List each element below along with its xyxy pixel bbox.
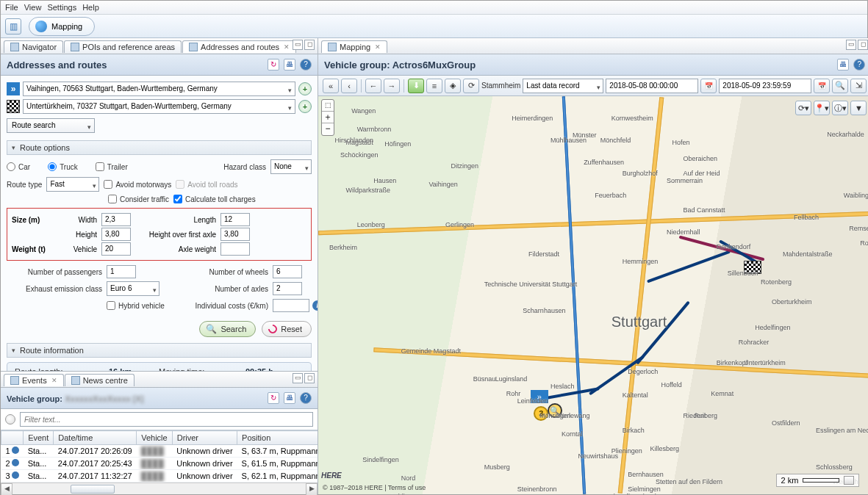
minimize-pane-icon[interactable]: ▭ <box>293 40 303 50</box>
target-button[interactable]: ◈ <box>445 79 461 93</box>
events-panel-head: Vehicle group: XxxxxxXxxXxxxx [X] ↻ 🖶 ? <box>1 388 318 409</box>
find-button[interactable]: 🔍 <box>832 79 848 93</box>
map-view[interactable]: » 3 🔍 Stuttgart DitzingenGerlingenLeonbe… <box>318 96 868 494</box>
route-type-combo[interactable]: Fast <box>46 177 99 192</box>
filter-button[interactable]: ▼ <box>850 101 867 115</box>
zoom-reset[interactable]: ⬚ <box>322 100 334 112</box>
axle-weight-label: Axle weight <box>135 245 216 253</box>
date-to-field[interactable]: 2018-05-09 23:59:59 <box>719 79 811 93</box>
menu-file[interactable]: File <box>5 3 18 12</box>
truck-radio[interactable]: Truck <box>48 162 78 171</box>
minimize-pane-icon[interactable]: ▭ <box>846 40 856 50</box>
help-icon[interactable]: ? <box>300 59 312 71</box>
route-info-section[interactable]: ▾ Route information <box>7 343 312 358</box>
horizontal-scrollbar[interactable] <box>1 483 318 494</box>
close-icon[interactable]: ✕ <box>375 43 381 51</box>
indiv-costs-field[interactable] <box>273 299 309 312</box>
fwd-button[interactable]: → <box>384 79 400 93</box>
col-driver[interactable]: Driver <box>172 431 237 445</box>
layers-button[interactable]: ⟳▾ <box>795 101 811 115</box>
calc-toll-check[interactable]: Calculate toll charges <box>173 195 256 203</box>
vehicle-weight-field[interactable]: 20 <box>101 242 131 256</box>
action-button[interactable]: ⟳ <box>463 79 479 93</box>
prev-button[interactable]: ‹ <box>341 79 357 93</box>
date-from-field[interactable]: 2018-05-08 00:00:00 <box>606 79 698 93</box>
help-icon[interactable]: ? <box>300 392 312 404</box>
list-button[interactable]: ≡ <box>426 79 442 93</box>
scale-menu-icon[interactable] <box>844 476 854 485</box>
filter-input[interactable] <box>20 412 313 427</box>
emission-combo[interactable]: Euro 6 <box>107 281 159 296</box>
passengers-field[interactable]: 1 <box>107 265 136 278</box>
zoom-in-button[interactable]: ＋ <box>322 112 334 123</box>
route-search-combo[interactable]: Route search <box>7 118 95 133</box>
hybrid-check[interactable]: Hybrid vehicle <box>107 301 165 310</box>
table-row[interactable]: 3Sta...24.07.2017 11:32:27████Unknown dr… <box>1 470 318 483</box>
add-waypoint-button-2[interactable]: + <box>298 100 312 113</box>
tab-mapping[interactable]: Mapping✕ <box>321 40 387 53</box>
close-icon[interactable]: ✕ <box>51 377 57 384</box>
back-button[interactable]: ← <box>365 79 381 93</box>
cal-to-button[interactable]: 📅 <box>814 79 830 93</box>
first-button[interactable]: « <box>323 79 339 93</box>
pin-button[interactable]: 📍▾ <box>814 101 830 115</box>
col-row[interactable] <box>1 431 24 445</box>
zoom-out-button[interactable]: − <box>322 123 334 135</box>
hazard-class-combo[interactable]: None <box>270 159 312 174</box>
reset-button[interactable]: Reset <box>262 321 312 337</box>
refresh-icon[interactable]: ↻ <box>268 59 279 71</box>
maximize-pane-icon[interactable]: ◻ <box>858 40 868 50</box>
table-row[interactable]: 1Sta...24.07.2017 20:26:09████Unknown dr… <box>1 445 318 458</box>
search-button[interactable]: 🔍Search <box>199 321 256 337</box>
maximize-pane-icon[interactable]: ◻ <box>304 40 315 50</box>
tab-events[interactable]: Events✕ <box>4 374 64 386</box>
print-icon[interactable]: 🖶 <box>284 59 295 71</box>
passengers-label: Number of passengers <box>7 268 102 276</box>
print-icon[interactable]: 🖶 <box>837 59 849 71</box>
menu-help[interactable]: Help <box>82 3 99 12</box>
info-icon[interactable]: i <box>312 300 318 311</box>
consider-traffic-check[interactable]: Consider traffic <box>108 195 169 203</box>
avoid-motorways-check[interactable]: Avoid motorways <box>104 180 171 189</box>
last-record-combo[interactable]: Last data record <box>523 79 603 93</box>
refresh-icon[interactable]: ↻ <box>268 392 279 404</box>
export-button[interactable]: ⇲ <box>850 79 867 93</box>
axle-weight-field[interactable] <box>220 242 250 256</box>
length-field[interactable]: 12 <box>220 213 250 226</box>
tab-pois[interactable]: POIs and reference areas <box>64 40 182 53</box>
col-position[interactable]: Position <box>237 431 318 445</box>
tab-news-label: News centre <box>83 376 128 385</box>
menu-settings[interactable]: Settings <box>47 3 76 12</box>
car-radio[interactable]: Car <box>7 162 30 171</box>
help-icon[interactable]: ? <box>853 59 865 71</box>
minimize-pane-icon[interactable]: ▭ <box>293 373 303 383</box>
maximize-pane-icon[interactable]: ◻ <box>304 373 315 383</box>
width-field[interactable]: 2,3 <box>101 213 131 226</box>
print-icon[interactable]: 🖶 <box>284 392 295 404</box>
info-button[interactable]: ⓘ▾ <box>832 101 848 115</box>
town-label: Ostfildern <box>772 419 800 427</box>
tab-navigator[interactable]: Navigator <box>4 40 63 53</box>
col-event[interactable]: Event <box>24 431 54 445</box>
start-address-combo[interactable]: Vaihingen, 70563 Stuttgart, Baden-Wurtte… <box>23 82 295 96</box>
route-options-section[interactable]: ▾ Route options <box>7 140 312 155</box>
height-axle-field[interactable]: 3,80 <box>220 228 250 241</box>
end-address-combo[interactable]: Untertürkheim, 70327 Stuttgart, Baden-Wu… <box>23 99 295 114</box>
cal-from-button[interactable]: 📅 <box>700 79 717 93</box>
add-waypoint-button[interactable]: + <box>298 82 312 95</box>
col-vehicle[interactable]: Vehicle <box>137 431 172 445</box>
menu-view[interactable]: View <box>24 3 42 12</box>
wheels-field[interactable]: 6 <box>273 265 302 278</box>
tab-news[interactable]: News centre <box>65 374 134 386</box>
tab-addresses[interactable]: Addresses and routes✕ <box>182 40 296 53</box>
close-icon[interactable]: ✕ <box>284 43 290 51</box>
play-button[interactable]: ⬇ <box>408 79 424 93</box>
trailer-check[interactable]: Trailer <box>96 162 128 171</box>
col-datetime[interactable]: Date/time <box>54 431 137 445</box>
height-field[interactable]: 3,80 <box>101 228 131 241</box>
scroll-thumb[interactable] <box>71 485 115 494</box>
perspective-icon[interactable]: ▥ <box>5 18 21 35</box>
table-row[interactable]: 2Sta...24.07.2017 20:25:43████Unknown dr… <box>1 458 318 470</box>
mapping-tab[interactable]: Mapping <box>29 17 95 36</box>
axles-field[interactable]: 2 <box>273 282 302 295</box>
